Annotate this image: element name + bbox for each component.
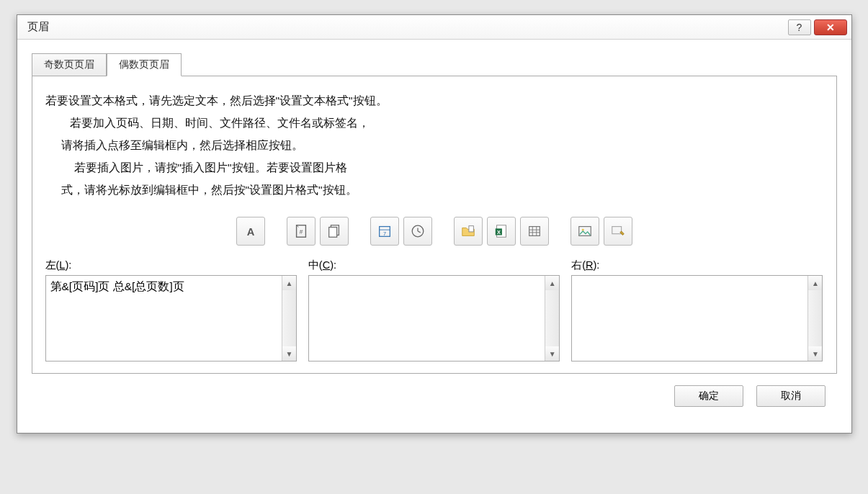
sections-row: 左(L): ▲ ▼ 中(C): <box>45 259 823 373</box>
dialog-content: 奇数页页眉 偶数页页眉 若要设置文本格式，请先选定文本，然后选择"设置文本格式"… <box>17 40 851 433</box>
picture-icon <box>577 223 593 239</box>
scroll-up-icon[interactable]: ▲ <box>545 276 559 290</box>
file-path-button[interactable] <box>454 217 483 246</box>
center-section: 中(C): ▲ ▼ <box>308 259 560 361</box>
tab-odd-header[interactable]: 奇数页页眉 <box>32 53 107 76</box>
left-section: 左(L): ▲ ▼ <box>45 259 297 361</box>
toolbar: A # 7 <box>45 211 823 259</box>
titlebar: 页眉 ? ✕ <box>17 15 851 40</box>
cancel-button[interactable]: 取消 <box>756 385 826 407</box>
page-hash-icon: # <box>293 223 309 239</box>
left-section-label: 左(L): <box>45 259 297 272</box>
instruction-line: 式，请将光标放到编辑框中，然后按"设置图片格式"按钮。 <box>45 179 823 201</box>
date-button[interactable]: 7 <box>370 217 399 246</box>
picture-settings-icon <box>610 223 626 239</box>
svg-rect-15 <box>529 227 540 236</box>
svg-line-10 <box>418 231 421 233</box>
tab-row: 奇数页页眉 偶数页页眉 <box>32 53 837 76</box>
dialog-footer: 确定 取消 <box>32 374 837 420</box>
insert-picture-button[interactable] <box>571 217 599 246</box>
folder-page-icon <box>460 223 476 239</box>
scroll-down-icon[interactable]: ▼ <box>282 346 296 361</box>
svg-text:A: A <box>246 226 254 238</box>
svg-rect-4 <box>328 228 336 238</box>
pages-stack-icon <box>326 223 342 239</box>
scrollbar[interactable]: ▲ ▼ <box>545 276 559 361</box>
number-of-pages-button[interactable] <box>320 217 349 246</box>
dialog-title: 页眉 <box>27 20 785 34</box>
center-editbox[interactable] <box>309 276 545 361</box>
instruction-line: 若要插入图片，请按"插入图片"按钮。若要设置图片格 <box>45 156 823 179</box>
header-footer-dialog: 页眉 ? ✕ 奇数页页眉 偶数页页眉 若要设置文本格式，请先选定文本，然后选择"… <box>17 14 852 434</box>
time-button[interactable] <box>403 217 432 246</box>
scroll-down-icon[interactable]: ▼ <box>808 346 822 361</box>
center-section-label: 中(C): <box>308 259 560 272</box>
left-editbox-wrap: ▲ ▼ <box>45 275 297 361</box>
right-editbox[interactable] <box>572 276 807 361</box>
excel-file-icon: X <box>493 223 509 239</box>
instruction-line: 若要设置文本格式，请先选定文本，然后选择"设置文本格式"按钮。 <box>45 89 823 112</box>
sheet-name-button[interactable] <box>520 217 549 246</box>
clock-icon <box>410 223 426 239</box>
format-text-button[interactable]: A <box>236 217 265 246</box>
svg-text:#: # <box>299 229 303 235</box>
format-picture-button[interactable] <box>604 217 632 246</box>
file-name-button[interactable]: X <box>487 217 516 246</box>
scrollbar[interactable]: ▲ ▼ <box>807 276 822 361</box>
left-editbox[interactable] <box>46 276 282 361</box>
scrollbar[interactable]: ▲ ▼ <box>282 276 296 361</box>
sheet-grid-icon <box>527 223 542 239</box>
right-section: 右(R): ▲ ▼ <box>571 259 823 361</box>
tab-panel: 若要设置文本格式，请先选定文本，然后选择"设置文本格式"按钮。 若要加入页码、日… <box>32 76 837 374</box>
right-editbox-wrap: ▲ ▼ <box>571 275 823 361</box>
page-number-button[interactable]: # <box>287 217 316 246</box>
ok-button[interactable]: 确定 <box>674 385 743 407</box>
close-button[interactable]: ✕ <box>814 19 847 35</box>
instructions: 若要设置文本格式，请先选定文本，然后选择"设置文本格式"按钮。 若要加入页码、日… <box>45 88 823 211</box>
scroll-up-icon[interactable]: ▲ <box>282 276 296 290</box>
scroll-down-icon[interactable]: ▼ <box>545 346 559 361</box>
instruction-line: 请将插入点移至编辑框内，然后选择相应按钮。 <box>45 134 823 156</box>
instruction-line: 若要加入页码、日期、时间、文件路径、文件名或标签名， <box>45 112 823 134</box>
tab-even-header[interactable]: 偶数页页眉 <box>107 53 182 76</box>
svg-rect-11 <box>468 226 473 232</box>
letter-a-icon: A <box>243 223 259 239</box>
scroll-up-icon[interactable]: ▲ <box>808 276 822 290</box>
calendar-icon: 7 <box>377 223 393 239</box>
center-editbox-wrap: ▲ ▼ <box>308 275 560 361</box>
right-section-label: 右(R): <box>571 259 823 272</box>
help-button[interactable]: ? <box>788 19 811 35</box>
svg-text:X: X <box>496 229 500 235</box>
svg-text:7: 7 <box>382 230 385 237</box>
